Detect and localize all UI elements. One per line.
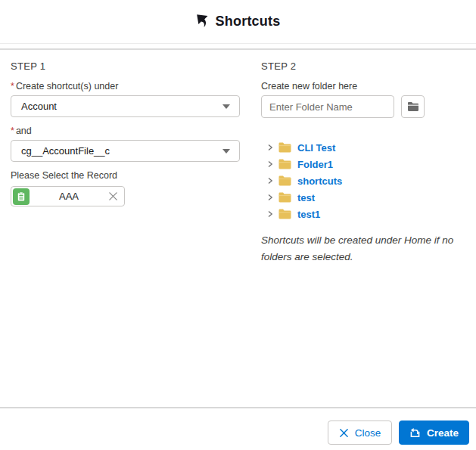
create-button[interactable]: Create (399, 421, 469, 445)
folder-tree-item[interactable]: CLI Test (261, 139, 470, 156)
remove-record-button[interactable] (108, 191, 118, 201)
folder-tree-item[interactable]: Folder1 (261, 156, 470, 172)
close-icon (339, 428, 349, 438)
create-button-label: Create (427, 427, 459, 439)
file-object-select-value: cg__AccountFile__c (21, 145, 222, 157)
file-object-select[interactable]: cg__AccountFile__c (11, 140, 240, 162)
chevron-right-icon[interactable] (266, 160, 274, 169)
home-fallback-note: Shortcuts will be created under Home if … (261, 232, 458, 265)
folder-tree: CLI Test Folder1 (261, 139, 470, 222)
step1-heading: STEP 1 (11, 61, 240, 72)
record-field-label: Please Select the Record (11, 170, 240, 181)
object-field-label: *Create shortcut(s) under (11, 81, 240, 92)
chevron-right-icon[interactable] (266, 209, 274, 219)
folder-tree-label: CLI Test (297, 142, 335, 154)
chevron-down-icon (222, 104, 230, 109)
selected-record-name: AAA (30, 191, 108, 202)
required-asterisk: * (11, 126, 14, 136)
folder-icon (278, 159, 291, 169)
folder-tree-label: test (297, 192, 315, 203)
file-field-label: *and (11, 126, 240, 136)
folder-tree-label: test1 (297, 209, 320, 220)
folder-icon (278, 209, 291, 219)
dialog-header: Shortcuts (0, 0, 476, 44)
folder-icon (278, 142, 291, 153)
page-title: Shortcuts (216, 14, 281, 29)
folder-icon (278, 175, 291, 186)
folder-tree-item[interactable]: test (261, 189, 470, 206)
close-button[interactable]: Close (328, 421, 392, 445)
new-folder-label: Create new folder here (261, 81, 470, 92)
record-icon (13, 188, 30, 205)
chevron-right-icon[interactable] (266, 143, 274, 152)
folder-icon (407, 101, 419, 112)
shortcuts-dialog: Shortcuts STEP 1 *Create shortcut(s) und… (0, 0, 476, 450)
new-folder-row (261, 95, 470, 118)
object-select-value: Account (21, 101, 222, 112)
folder-tree-item[interactable]: test1 (261, 206, 470, 222)
chevron-right-icon[interactable] (266, 193, 274, 202)
create-shortcut-icon (409, 427, 421, 439)
folder-tree-label: shortcuts (297, 175, 342, 187)
chevron-right-icon[interactable] (266, 176, 274, 185)
folder-icon (278, 192, 291, 203)
shortcut-arrow-icon (196, 14, 210, 28)
selected-record-pill[interactable]: AAA (11, 186, 125, 206)
step1-section: STEP 1 *Create shortcut(s) under Account… (11, 61, 240, 206)
step2-section: STEP 2 Create new folder here (261, 61, 470, 265)
object-select[interactable]: Account (11, 95, 240, 117)
folder-tree-item[interactable]: shortcuts (261, 172, 470, 189)
folder-name-input[interactable] (261, 95, 394, 118)
dialog-footer: Close Create (0, 407, 476, 450)
close-button-label: Close (355, 427, 381, 439)
dialog-body: STEP 1 *Create shortcut(s) under Account… (0, 50, 476, 406)
folder-tree-label: Folder1 (297, 159, 333, 170)
step2-heading: STEP 2 (261, 61, 470, 72)
create-folder-button[interactable] (401, 95, 425, 118)
required-asterisk: * (11, 81, 14, 92)
chevron-down-icon (222, 149, 230, 154)
